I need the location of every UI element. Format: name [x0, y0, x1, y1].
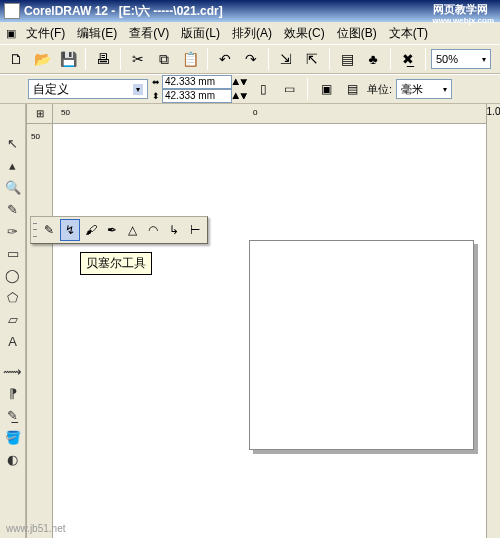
title-bar: ◧ CorelDRAW 12 - [E:\六 -----\021.cdr] 网页… — [0, 0, 500, 22]
save-button[interactable]: 💾 — [56, 47, 80, 71]
toolbox: ↖ ▴ 🔍 ✎ ✑ ▭ ◯ ⬠ ▱ A ⟿ ⁋ ✎̲ 🪣 ◐ — [0, 104, 26, 538]
interactive-fill-tool[interactable]: ◐ — [1, 448, 25, 470]
page-icon-button-1[interactable]: ▣ — [315, 78, 337, 100]
artistic-media-tool-flyout[interactable]: 🖌 — [80, 219, 101, 241]
fill-tool[interactable]: 🪣 — [1, 426, 25, 448]
tool-tooltip: 贝塞尔工具 — [80, 252, 152, 275]
text-tool[interactable]: A — [1, 330, 25, 352]
app-launcher-button[interactable]: ▤ — [335, 47, 359, 71]
spinner-icon[interactable]: ⯅⯆ — [232, 78, 248, 87]
options-button[interactable]: ✖̲ — [396, 47, 420, 71]
app-icon: ◧ — [4, 3, 20, 19]
unit-combo[interactable]: 毫米 ▾ — [396, 79, 452, 99]
page-height-input[interactable]: 42.333 mm — [162, 89, 232, 103]
property-bar: 自定义 ▾ ⬌ 42.333 mm ⯅⯆ ⬍ 42.333 mm ⯅⯆ ▯ ▭ … — [0, 74, 500, 104]
pen-tool-flyout[interactable]: ✒ — [101, 219, 122, 241]
polygon-tool[interactable]: ⬠ — [1, 286, 25, 308]
vertical-ruler[interactable]: 50 0 — [27, 124, 53, 538]
chevron-down-icon: ▾ — [133, 84, 143, 95]
standard-toolbar: 🗋 📂 💾 🖶 ✂ ⧉ 📋 ↶ ↷ ⇲ ⇱ ▤ ♣ ✖̲ 50% ▾ — [0, 44, 500, 74]
drawing-page — [249, 240, 474, 450]
corel-online-button[interactable]: ♣ — [361, 47, 385, 71]
horizontal-ruler[interactable]: 50 0 — [53, 104, 500, 124]
curve-flyout-toolbar: ✎ ↯ 🖌 ✒ △ ◠ ↳ ⊢ — [30, 216, 208, 244]
flyout-grip[interactable] — [33, 220, 37, 240]
paste-button[interactable]: 📋 — [178, 47, 202, 71]
new-button[interactable]: 🗋 — [4, 47, 28, 71]
eyedropper-tool[interactable]: ⁋ — [1, 382, 25, 404]
workspace: ↖ ▴ 🔍 ✎ ✑ ▭ ◯ ⬠ ▱ A ⟿ ⁋ ✎̲ 🪣 ◐ ⊞ 50 0 50… — [0, 104, 500, 538]
chevron-down-icon: ▾ — [443, 85, 447, 94]
menu-layout[interactable]: 版面(L) — [175, 23, 226, 44]
polyline-tool-flyout[interactable]: △ — [122, 219, 143, 241]
ellipse-tool[interactable]: ◯ — [1, 264, 25, 286]
import-button[interactable]: ⇲ — [274, 47, 298, 71]
ruler-origin[interactable]: ⊞ — [27, 104, 53, 124]
height-icon: ⬍ — [152, 91, 160, 101]
menu-effects[interactable]: 效果(C) — [278, 23, 331, 44]
paper-size-combo[interactable]: 自定义 ▾ — [28, 79, 148, 99]
page-icon-button-2[interactable]: ▤ — [341, 78, 363, 100]
print-button[interactable]: 🖶 — [91, 47, 115, 71]
outline-tool[interactable]: ✎̲ — [1, 404, 25, 426]
menu-view[interactable]: 查看(V) — [123, 23, 175, 44]
export-button[interactable]: ⇱ — [300, 47, 324, 71]
drawing-area: ⊞ 50 0 50 0 1.0 — [26, 104, 500, 538]
menu-text[interactable]: 文本(T) — [383, 23, 434, 44]
system-menu-icon[interactable]: ▣ — [2, 24, 20, 42]
page-dimensions: ⬌ 42.333 mm ⯅⯆ ⬍ 42.333 mm ⯅⯆ — [152, 75, 248, 103]
freehand-tool-flyout[interactable]: ✎ — [39, 219, 60, 241]
page-width-input[interactable]: 42.333 mm — [162, 75, 232, 89]
interactive-blend-tool[interactable]: ⟿ — [1, 360, 25, 382]
source-watermark: www.jb51.net — [6, 523, 65, 534]
basic-shapes-tool[interactable]: ▱ — [1, 308, 25, 330]
shape-tool[interactable]: ▴ — [1, 154, 25, 176]
menu-bar: ▣ 文件(F) 编辑(E) 查看(V) 版面(L) 排列(A) 效果(C) 位图… — [0, 22, 500, 44]
window-title: CorelDRAW 12 - [E:\六 -----\021.cdr] — [24, 3, 223, 20]
open-button[interactable]: 📂 — [30, 47, 54, 71]
menu-file[interactable]: 文件(F) — [20, 23, 71, 44]
interactive-connector-tool-flyout[interactable]: ↳ — [163, 219, 184, 241]
portrait-button[interactable]: ▯ — [252, 78, 274, 100]
spinner-icon[interactable]: ⯅⯆ — [232, 92, 248, 101]
undo-button[interactable]: ↶ — [213, 47, 237, 71]
freehand-tool[interactable]: ✎ — [1, 198, 25, 220]
copy-button[interactable]: ⧉ — [152, 47, 176, 71]
cut-button[interactable]: ✂ — [126, 47, 150, 71]
landscape-button[interactable]: ▭ — [278, 78, 300, 100]
pick-tool[interactable]: ↖ — [1, 132, 25, 154]
rectangle-tool[interactable]: ▭ — [1, 242, 25, 264]
zoom-combo[interactable]: 50% ▾ — [431, 49, 491, 69]
menu-arrange[interactable]: 排列(A) — [226, 23, 278, 44]
canvas[interactable] — [53, 124, 500, 538]
width-icon: ⬌ — [152, 77, 160, 87]
unit-label: 单位: — [367, 82, 392, 97]
right-panel-edge: 1.0 — [486, 104, 500, 538]
chevron-down-icon: ▾ — [482, 55, 486, 64]
menu-bitmap[interactable]: 位图(B) — [331, 23, 383, 44]
redo-button[interactable]: ↷ — [239, 47, 263, 71]
bezier-tool-flyout[interactable]: ↯ — [60, 219, 81, 241]
publisher-watermark: 网页教学网 www.webjx.com — [433, 2, 495, 25]
zoom-value: 50% — [436, 53, 458, 65]
menu-edit[interactable]: 编辑(E) — [71, 23, 123, 44]
smart-drawing-tool[interactable]: ✑ — [1, 220, 25, 242]
3point-curve-tool-flyout[interactable]: ◠ — [143, 219, 164, 241]
zoom-tool[interactable]: 🔍 — [1, 176, 25, 198]
dimension-tool-flyout[interactable]: ⊢ — [184, 219, 205, 241]
